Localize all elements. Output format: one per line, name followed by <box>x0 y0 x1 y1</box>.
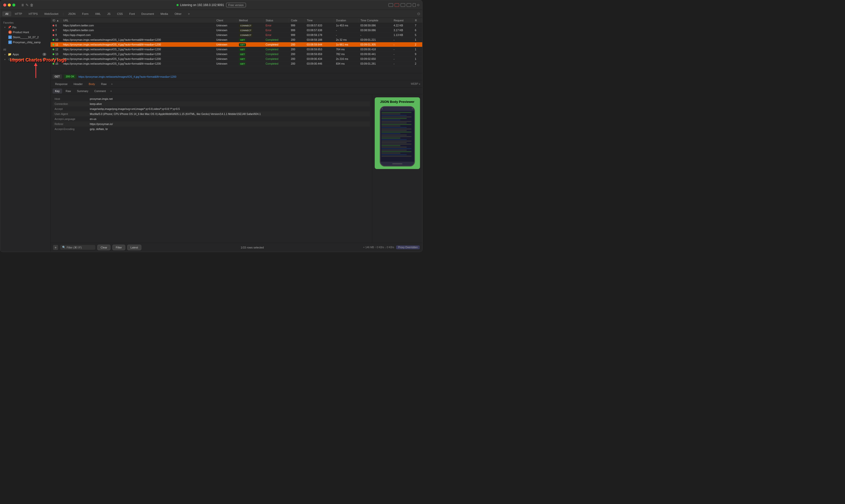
resp-tab-body[interactable]: Body <box>86 82 97 87</box>
close-button[interactable] <box>3 3 6 6</box>
cell-code: 999 <box>289 28 305 33</box>
phone-line-21 <box>381 142 407 143</box>
pause-icon[interactable]: ⏸ <box>20 3 25 7</box>
window-tile-right[interactable] <box>401 3 405 7</box>
sidebar-item-pin[interactable]: ▾ 📌 Pin <box>1 25 49 30</box>
method-badge: CONNECT <box>239 34 253 37</box>
table-row[interactable]: 7 https://platform.twitter.com Unknown C… <box>51 28 422 33</box>
col-client[interactable]: Client <box>214 18 237 23</box>
cell-request: - <box>392 52 413 57</box>
table-row[interactable]: 10 https://proxyman.imgix.net/assets/ima… <box>51 37 422 42</box>
col-time[interactable]: Time <box>305 18 334 23</box>
cell-method: GET <box>237 47 264 52</box>
cell-client: Unknown <box>214 47 237 52</box>
header-key: Accept <box>53 106 88 111</box>
resp-tab-raw[interactable]: Raw <box>98 82 109 87</box>
resp-tab-response[interactable]: Response <box>53 82 70 87</box>
edit-icon[interactable]: ✎ <box>25 3 30 7</box>
add-filter-button[interactable]: + <box>53 245 58 250</box>
table-row[interactable]: 15 https://proxyman.imgix.net/assets/ima… <box>51 61 422 66</box>
minimize-button[interactable] <box>8 3 11 6</box>
resp-tab-header[interactable]: Header <box>71 82 85 87</box>
tab-more[interactable]: > <box>185 11 193 16</box>
tab-form[interactable]: Form <box>79 11 92 16</box>
col-status[interactable]: Status <box>264 18 289 23</box>
col-method[interactable]: Method <box>237 18 264 23</box>
cell-time-complete: 03:09:00.441 <box>358 52 392 57</box>
latest-button[interactable]: Latest <box>127 245 141 250</box>
add-tab-icon[interactable]: + <box>110 83 114 86</box>
window-tile-left[interactable] <box>389 3 393 7</box>
phone-line-16 <box>381 134 407 136</box>
phone-line-10 <box>381 126 401 126</box>
tab-document[interactable]: Document <box>138 11 157 16</box>
window-dot-menu[interactable] <box>417 4 419 6</box>
filter-input-wrap[interactable]: 🔍 Filter (⌘⇧F) <box>60 245 95 250</box>
table-row[interactable]: 6 https://platform.twitter.com Unknown C… <box>51 23 422 28</box>
window-expand[interactable] <box>413 3 416 7</box>
tab-http[interactable]: HTTP <box>12 11 25 16</box>
storm-file-icon: S <box>8 35 12 39</box>
table-row[interactable]: 9 https://app.chaport.com Unknown CONNEC… <box>51 33 422 37</box>
header-row: User-Agent Mozilla/5.0 (iPhone; CPU iPho… <box>53 111 370 116</box>
tab-css[interactable]: CSS <box>114 11 126 16</box>
window-split[interactable] <box>395 3 399 7</box>
sidebar-item-storm[interactable]: S Storm_____10_07_2 <box>1 35 49 40</box>
phone-home-indicator <box>392 163 402 164</box>
maximize-button[interactable] <box>12 3 15 6</box>
chevron-down-icon: ▾ <box>4 26 7 29</box>
cell-code: 200 <box>289 52 305 57</box>
tab-media[interactable]: Media <box>158 11 171 16</box>
sidebar-item-apps[interactable]: ▾ 📁 Apps 3 <box>1 52 49 57</box>
sub-tab-raw[interactable]: Raw <box>63 89 73 93</box>
json-previewer-card[interactable]: JSON Body Previewer <box>375 97 420 169</box>
cell-url: https://proxyman.imgix.net/assets/images… <box>61 42 214 47</box>
window-fullscreen[interactable] <box>407 3 411 7</box>
sub-tab-comment[interactable]: Comment <box>92 89 108 93</box>
cell-time-complete: - <box>358 33 392 37</box>
sidebar-item-proxyman-file[interactable]: P Proxyman_chlsj_samp <box>1 40 49 45</box>
clear-button[interactable]: Clear <box>97 245 110 250</box>
phone-line-26 <box>381 150 407 151</box>
table-row[interactable]: 13 https://proxyman.imgix.net/assets/ima… <box>51 52 422 57</box>
cell-time-complete: 03:09:01.305 <box>358 42 392 47</box>
tab-js[interactable]: JS <box>104 11 114 16</box>
header-key: Accept-Encoding <box>53 126 88 131</box>
cell-r: 1 <box>413 47 422 52</box>
cell-url: https://app.chaport.com <box>61 33 214 37</box>
tab-https[interactable]: HTTPS <box>26 11 41 16</box>
tab-websocket[interactable]: WebSocket <box>41 11 61 16</box>
sub-tab-summary[interactable]: Summary <box>74 89 91 93</box>
settings-icon[interactable]: ⊖ <box>417 11 420 16</box>
col-request[interactable]: Request <box>392 18 413 23</box>
table-row[interactable]: 12 https://proxyman.imgix.net/assets/ima… <box>51 47 422 52</box>
cell-time: 03:08:59.644 <box>305 42 334 47</box>
col-url[interactable]: URL <box>61 18 214 23</box>
phone-line-25 <box>381 148 412 149</box>
phone-line-3 <box>381 115 407 116</box>
cell-url: https://proxyman.imgix.net/assets/images… <box>61 37 214 42</box>
header-value: https://proxyman.io/ <box>88 122 370 126</box>
col-code[interactable]: Code <box>289 18 305 23</box>
col-duration[interactable]: Duration <box>334 18 358 23</box>
cell-time-complete: 03:09:01.221 <box>358 37 392 42</box>
filter-button[interactable]: Filter <box>112 245 125 250</box>
trash-icon[interactable]: 🗑 <box>30 3 34 7</box>
table-row[interactable]: 11 https://proxyman.imgix.net/assets/ima… <box>51 42 422 47</box>
sub-tab-key[interactable]: Key <box>53 89 62 93</box>
cell-duration: 1s 453 ms <box>334 23 358 28</box>
header-key: Accept-Language <box>53 116 88 122</box>
table-row[interactable]: 14 https://proxyman.imgix.net/assets/ima… <box>51 57 422 61</box>
col-id[interactable]: ID ▲ <box>51 18 61 23</box>
tab-xml[interactable]: XML <box>92 11 104 16</box>
sidebar-item-product-hunt[interactable]: P Product Hunt <box>1 30 49 35</box>
filter-input[interactable]: Filter (⌘⇧F) <box>67 246 82 249</box>
tab-font[interactable]: Font <box>126 11 138 16</box>
tab-other[interactable]: Other <box>172 11 185 16</box>
tab-all[interactable]: All <box>2 11 11 16</box>
col-r[interactable]: R <box>413 18 422 23</box>
col-time-complete[interactable]: Time Complete <box>358 18 392 23</box>
cell-code: 200 <box>289 57 305 61</box>
sub-tab-add[interactable]: + <box>109 90 113 93</box>
tab-json[interactable]: JSON <box>65 11 78 16</box>
